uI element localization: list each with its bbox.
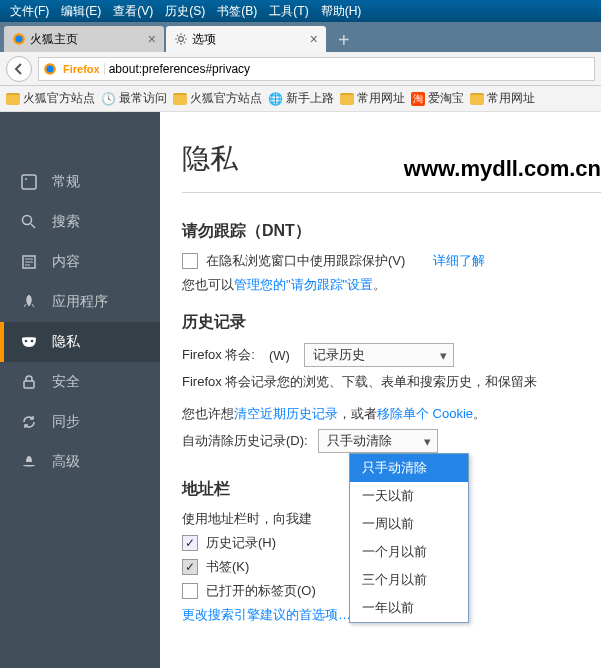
menu-bookmarks[interactable]: 书签(B) xyxy=(211,1,263,22)
folder-icon xyxy=(173,93,187,105)
svg-point-10 xyxy=(31,340,34,343)
clear-history-link[interactable]: 清空近期历史记录 xyxy=(234,405,338,423)
general-icon xyxy=(20,173,38,191)
bookmark-item[interactable]: 🕓最常访问 xyxy=(101,90,167,107)
svg-point-4 xyxy=(47,65,54,72)
dropdown-option[interactable]: 一年以前 xyxy=(350,594,468,622)
menu-file[interactable]: 文件(F) xyxy=(4,1,55,22)
loc-bookmarks-checkbox[interactable]: ✓ xyxy=(182,559,198,575)
auto-clear-dropdown: 只手动清除 一天以前 一周以前 一个月以前 三个月以前 一年以前 xyxy=(349,453,469,623)
folder-icon xyxy=(470,93,484,105)
url-badge: Firefox xyxy=(59,63,105,75)
menubar: 文件(F) 编辑(E) 查看(V) 历史(S) 书签(B) 工具(T) 帮助(H… xyxy=(0,0,601,22)
navbar: Firefox about:preferences#privacy xyxy=(0,52,601,86)
sidebar-item-security[interactable]: 安全 xyxy=(0,362,160,402)
url-bar[interactable]: Firefox about:preferences#privacy xyxy=(38,57,595,81)
lock-icon xyxy=(20,373,38,391)
new-tab-button[interactable]: + xyxy=(328,29,360,52)
back-button[interactable] xyxy=(6,56,32,82)
svg-rect-11 xyxy=(24,381,34,388)
sidebar-item-search[interactable]: 搜索 xyxy=(0,202,160,242)
chevron-left-icon xyxy=(13,63,25,75)
dnt-manage-link[interactable]: 管理您的"请勿跟踪"设置 xyxy=(234,276,373,294)
sidebar-item-advanced[interactable]: 高级 xyxy=(0,442,160,482)
auto-clear-select[interactable]: 只手动清除 xyxy=(318,429,438,453)
svg-rect-5 xyxy=(22,175,36,189)
watermark-text: www.mydll.com.cn xyxy=(404,156,601,182)
sidebar: 常规 搜索 内容 应用程序 隐私 安全 同步 高级 xyxy=(0,112,160,668)
bookmark-item[interactable]: 淘爱淘宝 xyxy=(411,90,464,107)
sidebar-item-sync[interactable]: 同步 xyxy=(0,402,160,442)
loc-tabs-checkbox[interactable] xyxy=(182,583,198,599)
bookmark-item[interactable]: 火狐官方站点 xyxy=(173,90,262,107)
bookmark-item[interactable]: 常用网址 xyxy=(470,90,535,107)
mask-icon xyxy=(20,333,38,351)
menu-view[interactable]: 查看(V) xyxy=(107,1,159,22)
rocket-icon xyxy=(20,293,38,311)
menu-history[interactable]: 历史(S) xyxy=(159,1,211,22)
content-icon xyxy=(20,253,38,271)
tab-options[interactable]: 选项 × xyxy=(166,26,326,52)
svg-point-2 xyxy=(179,37,184,42)
close-icon[interactable]: × xyxy=(148,31,156,47)
folder-icon xyxy=(6,93,20,105)
dnt-heading: 请勿跟踪（DNT） xyxy=(182,221,601,242)
loc-history-checkbox[interactable]: ✓ xyxy=(182,535,198,551)
search-suggest-link[interactable]: 更改搜索引擎建议的首选项… xyxy=(182,606,351,624)
svg-point-1 xyxy=(16,36,23,43)
sidebar-item-privacy[interactable]: 隐私 xyxy=(0,322,160,362)
gear-icon xyxy=(174,32,188,46)
dnt-learn-link[interactable]: 详细了解 xyxy=(433,252,485,270)
menu-help[interactable]: 帮助(H) xyxy=(315,1,368,22)
menu-edit[interactable]: 编辑(E) xyxy=(55,1,107,22)
folder-icon xyxy=(340,93,354,105)
svg-point-6 xyxy=(25,178,27,180)
search-icon xyxy=(20,213,38,231)
svg-point-9 xyxy=(25,340,28,343)
history-heading: 历史记录 xyxy=(182,312,601,333)
history-desc: Firefox 将会记录您的浏览、下载、表单和搜索历史，和保留来 xyxy=(182,373,537,391)
bookmark-item[interactable]: 火狐官方站点 xyxy=(6,90,95,107)
tab-home[interactable]: 火狐主页 × xyxy=(4,26,164,52)
hat-icon xyxy=(20,453,38,471)
dropdown-option[interactable]: 三个月以前 xyxy=(350,566,468,594)
sidebar-item-general[interactable]: 常规 xyxy=(0,162,160,202)
dnt-checkbox[interactable] xyxy=(182,253,198,269)
url-text: about:preferences#privacy xyxy=(109,62,250,76)
history-mode-select[interactable]: 记录历史 xyxy=(304,343,454,367)
menu-tools[interactable]: 工具(T) xyxy=(263,1,314,22)
taobao-icon: 淘 xyxy=(411,92,425,106)
svg-point-7 xyxy=(23,216,32,225)
content-pane: 隐私 www.mydll.com.cn 请勿跟踪（DNT） 在隐私浏览窗口中使用… xyxy=(160,112,601,668)
dropdown-option[interactable]: 一周以前 xyxy=(350,510,468,538)
globe-icon: 🌐 xyxy=(268,92,283,106)
bookmark-item[interactable]: 🌐新手上路 xyxy=(268,90,334,107)
sidebar-item-apps[interactable]: 应用程序 xyxy=(0,282,160,322)
firefox-icon xyxy=(12,32,26,46)
tab-label: 火狐主页 xyxy=(30,31,78,48)
dropdown-option[interactable]: 一天以前 xyxy=(350,482,468,510)
close-icon[interactable]: × xyxy=(310,31,318,47)
tab-label: 选项 xyxy=(192,31,216,48)
firefox-icon xyxy=(43,62,57,76)
remove-cookie-link[interactable]: 移除单个 Cookie xyxy=(377,405,473,423)
clock-icon: 🕓 xyxy=(101,92,116,106)
dropdown-option[interactable]: 一个月以前 xyxy=(350,538,468,566)
bookmark-item[interactable]: 常用网址 xyxy=(340,90,405,107)
tabbar: 火狐主页 × 选项 × + xyxy=(0,22,601,52)
sidebar-item-content[interactable]: 内容 xyxy=(0,242,160,282)
dnt-checkbox-label: 在隐私浏览窗口中使用跟踪保护(V) xyxy=(206,252,405,270)
dropdown-option[interactable]: 只手动清除 xyxy=(350,454,468,482)
bookmarks-bar: 火狐官方站点 🕓最常访问 火狐官方站点 🌐新手上路 常用网址 淘爱淘宝 常用网址 xyxy=(0,86,601,112)
sync-icon xyxy=(20,413,38,431)
